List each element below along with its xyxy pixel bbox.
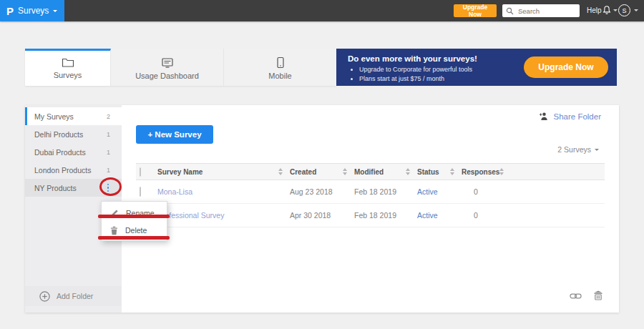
add-folder-button[interactable]: Add Folder <box>25 286 122 306</box>
account-chevron-down-icon[interactable] <box>634 9 638 14</box>
folder-label: Dubai Products <box>34 148 86 157</box>
app-root: P Surveys Upgrade Now Help S <box>0 0 644 329</box>
chevron-down-icon <box>595 149 599 153</box>
bell-chevron-down-icon[interactable] <box>613 9 618 14</box>
help-link[interactable]: Help <box>587 6 602 14</box>
tab-label: Surveys <box>54 71 82 79</box>
folder-options-kebab-icon[interactable] <box>106 182 111 194</box>
tab-label: Usage Dashboard <box>135 72 199 80</box>
section-tabs: Surveys Usage Dashboard Mobile <box>25 49 336 86</box>
surveys-count-label: 2 Surveys <box>557 145 591 154</box>
select-all-checkbox[interactable] <box>140 167 141 177</box>
topbar: P Surveys Upgrade Now Help S <box>0 0 644 21</box>
folder-label: London Products <box>34 166 91 175</box>
column-header: Responses <box>462 168 499 176</box>
folder-label: Delhi Products <box>34 130 83 139</box>
created-cell: Apr 30 2018 <box>290 211 354 220</box>
column-header: Modified <box>354 168 384 176</box>
folder-count: 1 <box>107 131 110 138</box>
table-row: Professional Survey Apr 30 2018 Feb 18 2… <box>136 204 605 227</box>
search-icon <box>506 7 514 15</box>
menu-item-label: Rename <box>126 209 155 217</box>
add-folder-label: Add Folder <box>57 292 93 300</box>
table-header-row: Survey Name Created Modified Status <box>136 163 605 180</box>
new-survey-button[interactable]: + New Survey <box>136 125 213 144</box>
surveys-count-dropdown[interactable]: 2 Surveys <box>557 145 599 154</box>
table-footer-actions <box>570 290 603 304</box>
sidebar-item-dubai-products[interactable]: Dubai Products 1 <box>25 143 122 161</box>
folder-count: 1 <box>107 167 110 174</box>
sidebar-item-my-surveys[interactable]: My Surveys 2 <box>25 107 122 125</box>
tab-label: Mobile <box>268 72 291 80</box>
responses-value: 0 <box>462 211 490 220</box>
link-icon[interactable] <box>570 290 582 304</box>
sort-icon[interactable] <box>343 168 347 175</box>
promo-banner: Do even more with your surveys! Upgrade … <box>336 49 617 86</box>
survey-name-link[interactable]: Mona-Lisa <box>157 187 192 196</box>
surveys-table: Survey Name Created Modified Status <box>136 163 605 227</box>
menu-item-label: Delete <box>125 226 147 235</box>
sort-icon[interactable] <box>278 168 283 175</box>
search-input[interactable] <box>517 6 575 16</box>
responses-value: 0 <box>462 187 490 196</box>
plus-circle-icon <box>39 291 50 302</box>
column-header: Created <box>290 168 316 176</box>
folder-icon <box>62 57 74 68</box>
created-cell: Aug 23 2018 <box>290 187 354 196</box>
sort-icon[interactable] <box>450 168 454 175</box>
column-header: Status <box>417 168 439 176</box>
avatar[interactable]: S <box>618 4 630 16</box>
share-folder-button[interactable]: Share Folder <box>539 112 601 121</box>
context-menu-rename[interactable]: Rename <box>102 205 167 222</box>
chevron-down-icon <box>53 10 57 14</box>
folder-label: NY Products <box>34 184 77 192</box>
table-row: Mona-Lisa Aug 23 2018 Feb 18 2019 Active… <box>136 180 605 204</box>
upgrade-now-button-top[interactable]: Upgrade Now <box>454 4 497 17</box>
column-header: Survey Name <box>157 168 203 176</box>
sidebar-item-ny-products[interactable]: NY Products <box>25 179 122 197</box>
status-value[interactable]: Active <box>417 211 438 220</box>
row-checkbox[interactable] <box>140 187 141 197</box>
folder-context-menu: Rename Delete <box>101 201 167 241</box>
sidebar-item-london-products[interactable]: London Products 1 <box>25 161 122 179</box>
survey-name-link[interactable]: Professional Survey <box>157 211 224 220</box>
mobile-icon <box>276 57 285 69</box>
upgrade-now-button-banner[interactable]: Upgrade Now <box>524 57 608 78</box>
share-person-add-icon <box>539 112 550 121</box>
share-folder-label: Share Folder <box>554 112 601 121</box>
sort-icon[interactable] <box>499 168 504 175</box>
tab-usage-dashboard[interactable]: Usage Dashboard <box>111 49 224 86</box>
folder-count: 2 <box>107 113 110 120</box>
dashboard-icon <box>161 57 174 69</box>
modified-cell: Feb 18 2019 <box>354 211 417 220</box>
proprofs-logo-icon: P <box>6 6 14 16</box>
trash-icon <box>110 226 118 235</box>
pencil-icon <box>110 209 119 217</box>
surveys-panel: Share Folder + New Survey 2 Surveys Surv… <box>122 105 619 313</box>
status-value[interactable]: Active <box>417 187 438 196</box>
sidebar-item-delhi-products[interactable]: Delhi Products 1 <box>25 125 122 143</box>
trash-icon[interactable] <box>593 290 603 304</box>
folder-label: My Surveys <box>34 112 74 121</box>
context-menu-delete[interactable]: Delete <box>102 222 167 239</box>
notifications-bell-icon[interactable] <box>602 5 612 19</box>
search-box[interactable] <box>502 4 580 17</box>
tab-surveys[interactable]: Surveys <box>25 49 111 86</box>
modified-cell: Feb 18 2019 <box>354 187 417 196</box>
sort-icon[interactable] <box>406 168 410 175</box>
product-name: Surveys <box>18 6 49 16</box>
brand-logo[interactable]: P Surveys <box>0 0 64 21</box>
tab-mobile[interactable]: Mobile <box>224 49 336 86</box>
folder-count: 1 <box>107 149 110 156</box>
